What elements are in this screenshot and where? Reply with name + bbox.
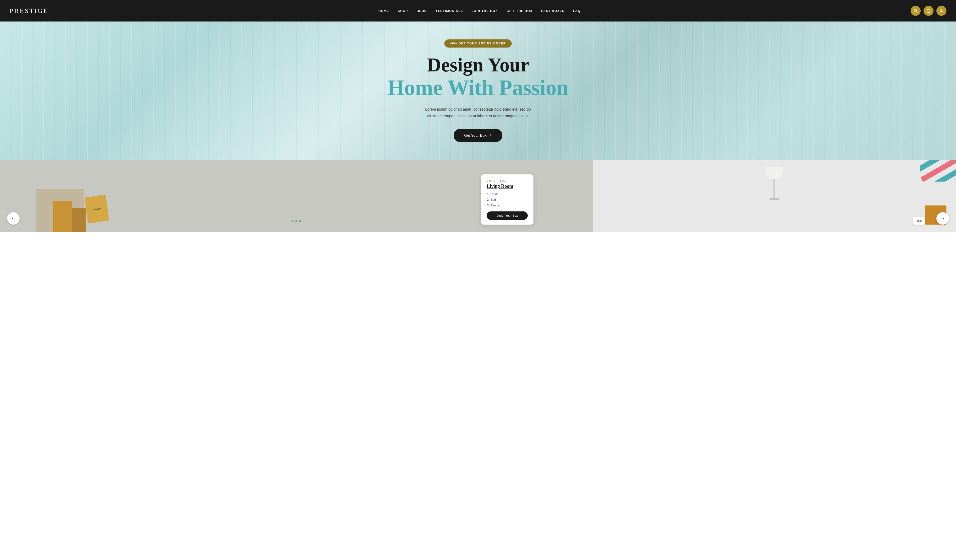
nav-menu: HOME SHOP BLOG TESTIMONIALS JOIN THE BOX… [378,9,580,13]
welcome-label: Welcome [93,207,101,211]
promo-badge: 40% OFF YOUR ENTIRE ORDER [444,39,511,47]
list-item: Almira [491,202,528,208]
nav-item-gift[interactable]: GIFT THE BOX [506,9,533,13]
order-button[interactable]: Order Your Box [487,212,528,220]
nav-item-testimonials[interactable]: TESTIMONIALS [436,9,463,13]
hero-title-line1: Design Your [427,54,529,76]
lamp-foot [770,198,779,200]
dot-3 [299,220,301,222]
nav-item-home[interactable]: HOME [378,9,389,13]
hero-cta-label: Get Your Box [464,133,487,138]
cart-icon [926,9,931,13]
card-right: cool → [593,160,956,232]
cool-label: cool [913,217,925,224]
dot-1 [292,220,294,222]
nav-item-past[interactable]: PAST BOXES [541,9,564,13]
nav-item-join[interactable]: JOIN THE BOX [472,9,498,13]
nav-item-faq[interactable]: FAQ [573,9,580,13]
search-icon [914,9,918,13]
nav-item-shop[interactable]: SHOP [398,9,408,13]
user-button[interactable] [936,6,947,16]
svg-line-1 [916,11,917,13]
list-item: Bed [491,197,528,202]
hero-cta-button[interactable]: Get Your Box ↗ [454,129,502,142]
product-cards-section: Welcome GRACY BOX Living Room Chair Bed … [0,160,956,232]
dot-2 [296,220,297,222]
list-item: Chair [491,191,528,197]
cart-button[interactable] [923,6,934,16]
hero-title-line2: Home With Passion [388,76,569,99]
hero-section: 40% OFF YOUR ENTIRE ORDER Design Your Ho… [0,22,956,160]
next-arrow-button[interactable]: → [936,212,949,224]
card-left: Welcome GRACY BOX Living Room Chair Bed … [0,160,593,232]
card-title: Living Room [487,184,528,189]
prev-arrow-button[interactable]: ← [7,212,20,224]
search-button[interactable] [910,6,921,16]
box-decor-3 [72,208,86,232]
navbar: PRESTIGE HOME SHOP BLOG TESTIMONIALS JOI… [0,0,956,22]
welcome-bag: Welcome [84,195,109,223]
lamp-shade [766,167,783,179]
next-arrow-icon: → [940,216,945,221]
card-items-list: Chair Bed Almira [487,191,528,208]
card-brand: GRACY BOX [487,179,528,182]
arrow-icon: ↗ [489,133,492,137]
color-strips [920,160,956,182]
prev-arrow-icon: ← [11,216,16,221]
lamp-pole [774,179,775,198]
logo[interactable]: PRESTIGE [9,7,49,14]
svg-point-3 [941,9,942,11]
user-icon [939,9,943,13]
svg-point-0 [914,9,917,12]
dot-indicators [292,220,301,222]
lamp [766,167,783,200]
hero-subtitle: Lorem ipsum dolor sit amet, consectetur … [418,106,538,119]
box-decor-2 [53,201,72,232]
nav-item-blog[interactable]: BLOG [417,9,427,13]
product-info-card: GRACY BOX Living Room Chair Bed Almira O… [481,174,533,224]
nav-icon-group [910,6,947,16]
